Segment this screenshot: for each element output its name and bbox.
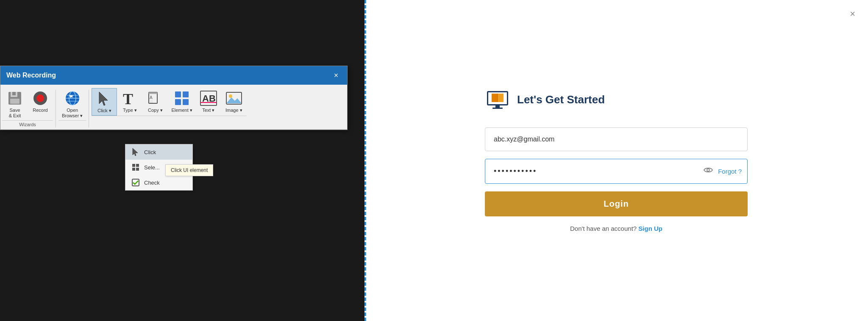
svg-rect-28 bbox=[132, 164, 135, 167]
signup-row: Don't have an account? Sign Up bbox=[485, 225, 748, 232]
svg-rect-39 bbox=[492, 108, 503, 109]
dropdown-grid-icon bbox=[131, 163, 140, 172]
browser-label-row bbox=[58, 120, 86, 124]
show-password-icon[interactable] bbox=[704, 167, 713, 176]
record-button[interactable]: Record bbox=[28, 88, 53, 115]
image-label: Image ▾ bbox=[225, 108, 242, 113]
dialog-toolbar: Save& Exit Record Wizards bbox=[0, 85, 347, 130]
svg-rect-20 bbox=[183, 99, 189, 105]
text-icon: AB bbox=[200, 90, 217, 107]
open-browser-icon bbox=[64, 90, 81, 107]
image-button[interactable]: Image ▾ bbox=[221, 88, 247, 115]
svg-rect-18 bbox=[183, 91, 189, 97]
login-panel: × Let's Get Started bbox=[364, 0, 868, 321]
browser-group: OpenBrowser ▾ bbox=[58, 88, 86, 129]
copy-icon: A — — bbox=[147, 90, 164, 107]
login-header: Let's Get Started bbox=[485, 89, 748, 111]
type-icon: T bbox=[121, 90, 138, 107]
wizards-items-row: Save& Exit Record bbox=[2, 88, 53, 120]
dropdown-check-icon bbox=[131, 178, 140, 187]
signup-text: Don't have an account? bbox=[570, 225, 637, 232]
click-icon bbox=[96, 90, 113, 107]
password-wrapper: Forgot ? bbox=[485, 159, 748, 184]
dropdown-select-label: Sele... bbox=[144, 164, 160, 171]
login-title: Let's Get Started bbox=[517, 93, 605, 106]
svg-rect-29 bbox=[136, 164, 139, 167]
panel-divider bbox=[364, 0, 366, 321]
svg-rect-31 bbox=[136, 168, 139, 171]
click-label: Click ▾ bbox=[97, 108, 111, 113]
svg-rect-19 bbox=[175, 99, 181, 105]
svg-point-40 bbox=[707, 169, 709, 172]
dropdown-click-label: Click bbox=[144, 149, 156, 155]
email-input[interactable] bbox=[485, 127, 748, 151]
text-button[interactable]: AB Text ▾ bbox=[196, 88, 221, 115]
actions-group: Click ▾ T Type ▾ bbox=[92, 88, 246, 129]
actions-items-row: Click ▾ T Type ▾ bbox=[92, 88, 246, 116]
login-button[interactable]: Login bbox=[485, 191, 748, 216]
click-button[interactable]: Click ▾ bbox=[92, 88, 117, 116]
svg-rect-17 bbox=[175, 91, 181, 97]
save-exit-icon bbox=[6, 90, 23, 107]
text-label: Text ▾ bbox=[202, 108, 214, 113]
dropdown-check-label: Check bbox=[144, 180, 160, 186]
svg-rect-2 bbox=[12, 92, 16, 95]
open-browser-button[interactable]: OpenBrowser ▾ bbox=[58, 88, 86, 120]
dialog-titlebar: Web Recording × bbox=[0, 66, 347, 85]
record-label: Record bbox=[33, 108, 47, 113]
svg-point-25 bbox=[229, 94, 232, 98]
click-tooltip: Click UI element bbox=[165, 164, 213, 176]
record-circle bbox=[33, 91, 47, 105]
svg-marker-26 bbox=[226, 97, 242, 103]
save-exit-label: Save& Exit bbox=[9, 108, 21, 119]
svg-marker-27 bbox=[133, 148, 138, 156]
svg-rect-30 bbox=[132, 168, 135, 171]
element-label: Element ▾ bbox=[171, 108, 192, 113]
wizards-group-label: Wizards bbox=[19, 122, 36, 127]
password-icons: Forgot ? bbox=[704, 167, 742, 176]
type-label: Type ▾ bbox=[123, 108, 137, 113]
svg-text:—: — bbox=[150, 100, 153, 104]
dialog-close-button[interactable]: × bbox=[331, 70, 341, 80]
record-dot bbox=[36, 94, 44, 102]
login-app-icon bbox=[485, 89, 510, 111]
record-icon bbox=[32, 90, 49, 107]
svg-rect-36 bbox=[492, 94, 498, 102]
wizards-group: Save& Exit Record Wizards bbox=[2, 88, 53, 129]
element-icon bbox=[173, 90, 190, 107]
actions-label-row bbox=[92, 116, 246, 119]
signup-link[interactable]: Sign Up bbox=[638, 225, 662, 232]
forgot-password-link[interactable]: Forgot ? bbox=[718, 168, 742, 175]
svg-text:T: T bbox=[123, 91, 133, 107]
copy-label: Copy ▾ bbox=[148, 108, 163, 113]
svg-rect-38 bbox=[495, 105, 500, 108]
separator-2 bbox=[89, 90, 89, 127]
open-browser-label: OpenBrowser ▾ bbox=[62, 108, 83, 119]
tooltip-text: Click UI element bbox=[171, 167, 208, 173]
copy-button[interactable]: A — — Copy ▾ bbox=[142, 88, 168, 115]
dialog-title: Web Recording bbox=[6, 72, 56, 79]
dropdown-click-item[interactable]: Click bbox=[125, 144, 192, 160]
dropdown-check-item[interactable]: Check bbox=[125, 175, 192, 190]
svg-marker-10 bbox=[99, 92, 108, 105]
save-exit-button[interactable]: Save& Exit bbox=[2, 88, 28, 120]
web-recording-dialog: Web Recording × bbox=[0, 66, 348, 130]
browser-items-row: OpenBrowser ▾ bbox=[58, 88, 86, 120]
wizards-label-row: Wizards bbox=[2, 120, 53, 129]
type-button[interactable]: T Type ▾ bbox=[117, 88, 142, 115]
dropdown-cursor-icon bbox=[131, 148, 140, 156]
left-panel: Web Recording × bbox=[0, 0, 364, 321]
login-close-button[interactable]: × bbox=[850, 8, 855, 19]
image-icon bbox=[225, 90, 242, 107]
separator-1 bbox=[56, 90, 56, 127]
login-container: Let's Get Started Forgot ? Login Don't h… bbox=[485, 89, 748, 232]
svg-rect-13 bbox=[149, 92, 157, 94]
svg-rect-3 bbox=[10, 99, 19, 104]
element-button[interactable]: Element ▾ bbox=[168, 88, 195, 115]
